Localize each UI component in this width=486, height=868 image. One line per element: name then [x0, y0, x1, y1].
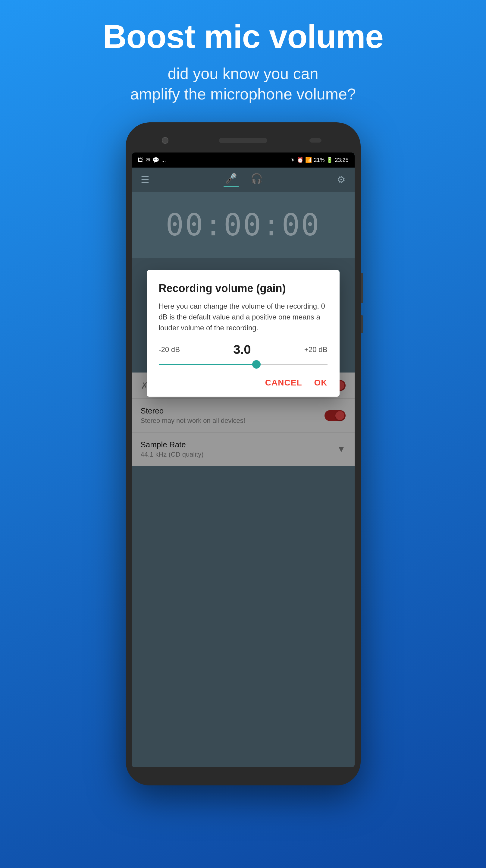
slider-fill [159, 364, 257, 365]
notification-icon-chat: 💬 [153, 157, 159, 163]
status-bar: 🖼 ✉ 💬 ... ✴ ⏰ 📶 21% 🔋 23:25 [132, 153, 355, 167]
status-bar-right: ✴ ⏰ 📶 21% 🔋 23:25 [290, 157, 348, 163]
tab-active-indicator [224, 186, 239, 187]
slider-track [159, 364, 327, 365]
timer-display: 00:00:00 [166, 207, 321, 243]
time-display: 23:25 [335, 157, 348, 163]
bluetooth-icon: ✴ [290, 157, 295, 163]
status-bar-left: 🖼 ✉ 💬 ... [138, 157, 166, 163]
slider-min-label: -20 dB [159, 345, 180, 354]
subtitle-line2: amplify the microphone volume? [130, 85, 356, 103]
tab-microphone[interactable]: 🎤 [224, 173, 239, 187]
battery-percent: 21% [314, 157, 324, 163]
app-toolbar: ☰ 🎤 🎧 ⚙ [132, 167, 355, 192]
main-title: Boost mic volume [0, 18, 486, 55]
slider-thumb[interactable] [252, 360, 261, 369]
phone-bezel [132, 128, 355, 153]
sub-title: did you know you can amplify the microph… [0, 64, 486, 104]
proximity-sensor [310, 138, 322, 143]
cancel-button[interactable]: CANCEL [265, 378, 302, 388]
dialog-description: Here you can change the volume of the re… [159, 301, 327, 333]
subtitle-line1: did you know you can [167, 65, 318, 82]
timer-area: 00:00:00 [132, 192, 355, 258]
dialog-title: Recording volume (gain) [159, 282, 327, 295]
settings-area: ✗ Remove echo Stereo [132, 258, 355, 767]
battery-icon: 🔋 [326, 157, 333, 163]
slider-current-value: 3.0 [233, 342, 251, 357]
earpiece-speaker [219, 138, 267, 143]
headphone-tab-icon: 🎧 [251, 173, 263, 184]
dialog-overlay: Recording volume (gain) Here you can cha… [132, 258, 355, 767]
header-section: Boost mic volume did you know you can am… [0, 0, 486, 116]
alarm-icon: ⏰ [297, 157, 303, 163]
notification-icon-gmail: ✉ [145, 157, 150, 163]
menu-icon[interactable]: ☰ [141, 174, 150, 185]
phone-device: 🖼 ✉ 💬 ... ✴ ⏰ 📶 21% 🔋 23:25 [126, 122, 361, 785]
screen-content: 🖼 ✉ 💬 ... ✴ ⏰ 📶 21% 🔋 23:25 [132, 153, 355, 767]
power-button [361, 315, 363, 333]
signal-icon: 📶 [305, 157, 312, 163]
page-root: Boost mic volume did you know you can am… [0, 0, 486, 785]
tab-headphone[interactable]: 🎧 [251, 173, 263, 187]
volume-button [361, 273, 363, 303]
equalizer-icon[interactable]: ⚙ [337, 174, 346, 185]
slider-container[interactable] [159, 360, 327, 369]
recording-volume-dialog: Recording volume (gain) Here you can cha… [147, 270, 339, 397]
notification-icon-image: 🖼 [138, 157, 143, 163]
dialog-buttons: CANCEL OK [159, 378, 327, 388]
notification-more: ... [162, 157, 166, 163]
phone-screen: 🖼 ✉ 💬 ... ✴ ⏰ 📶 21% 🔋 23:25 [132, 153, 355, 767]
slider-max-label: +20 dB [304, 345, 327, 354]
front-camera [162, 137, 168, 144]
ok-button[interactable]: OK [314, 378, 327, 388]
slider-labels: -20 dB 3.0 +20 dB [159, 342, 327, 357]
mic-tab-icon: 🎤 [225, 173, 237, 184]
phone-wrapper: 🖼 ✉ 💬 ... ✴ ⏰ 📶 21% 🔋 23:25 [0, 122, 486, 785]
toolbar-tabs: 🎤 🎧 [224, 173, 263, 187]
